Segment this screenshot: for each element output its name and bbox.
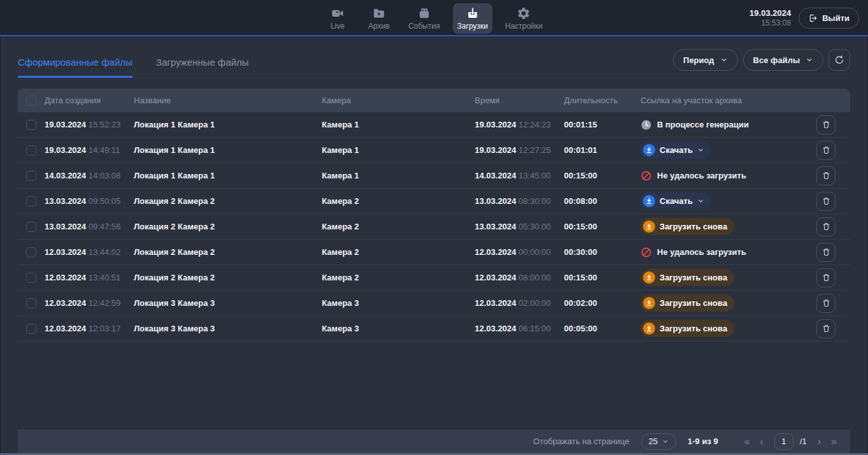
nav-item-live[interactable]: Live bbox=[321, 3, 354, 34]
status-label: Не удалось загрузить bbox=[657, 247, 746, 257]
trash-icon bbox=[821, 298, 831, 308]
column-header-duration: Длительность bbox=[564, 96, 640, 105]
delete-button[interactable] bbox=[816, 115, 835, 134]
chevron-down-icon bbox=[697, 198, 704, 205]
tab-generated-files[interactable]: Сформированные файлы bbox=[18, 57, 133, 77]
download-circle-icon bbox=[643, 220, 655, 233]
camera-cell: Камера 2 bbox=[322, 273, 475, 282]
chevron-down-icon bbox=[662, 438, 669, 445]
name-cell: Локация 1 Камера 1 bbox=[134, 171, 322, 180]
camera-cell: Камера 1 bbox=[322, 171, 475, 180]
current-date: 19.03.2024 bbox=[749, 8, 791, 18]
duration-cell: 00:08:00 bbox=[564, 196, 640, 206]
nav-item-archive[interactable]: Архив bbox=[363, 3, 396, 34]
duration-cell: 00:02:00 bbox=[564, 298, 640, 308]
status-failed: Не удалось загрузить bbox=[640, 247, 802, 258]
trash-icon bbox=[821, 120, 831, 129]
delete-button[interactable] bbox=[816, 294, 835, 313]
datetime-display: 19.03.2024 15:53:08 bbox=[749, 8, 791, 28]
column-header-archive-link: Ссылка на участок архива bbox=[640, 96, 802, 105]
range-indicator: 1-9 из 9 bbox=[688, 437, 718, 446]
retry-download-button[interactable]: Загрузить снова bbox=[640, 294, 734, 312]
status-label: В процессе генерации bbox=[657, 120, 749, 129]
row-checkbox[interactable] bbox=[26, 196, 36, 206]
delete-button[interactable] bbox=[816, 268, 835, 287]
status-cell: В процессе генерации bbox=[640, 119, 802, 131]
current-page-input[interactable]: 1 bbox=[774, 433, 793, 450]
select-all-checkbox[interactable] bbox=[26, 96, 36, 106]
table-row: 14.03.2024 14:03:08 Локация 1 Камера 1 К… bbox=[18, 163, 850, 189]
delete-button[interactable] bbox=[816, 319, 835, 338]
status-label: Загрузить снова bbox=[660, 222, 727, 231]
tabs-toolbar: Сформированные файлы Загруженные файлы П… bbox=[18, 49, 850, 78]
row-checkbox[interactable] bbox=[26, 273, 36, 283]
nav-label: Настройки bbox=[505, 22, 543, 31]
status-label: Скачать bbox=[660, 196, 693, 206]
nav-item-settings[interactable]: Настройки bbox=[501, 3, 547, 34]
download-circle-icon bbox=[643, 195, 655, 207]
trash-icon bbox=[821, 247, 831, 257]
camera-cell: Камера 1 bbox=[322, 120, 475, 129]
failed-icon bbox=[640, 170, 652, 182]
page-size-select[interactable]: 25 bbox=[641, 433, 676, 450]
retry-download-button[interactable]: Загрузить снова bbox=[640, 218, 734, 235]
status-cell: Не удалось загрузить bbox=[640, 247, 802, 258]
duration-cell: 00:15:00 bbox=[564, 171, 640, 180]
created-cell: 13.03.2024 09:47:56 bbox=[45, 222, 134, 231]
logout-button[interactable]: Выйти bbox=[799, 8, 859, 29]
table-row: 12.03.2024 13:44:02 Локация 2 Камера 2 К… bbox=[18, 240, 850, 265]
first-page-button[interactable]: « bbox=[742, 435, 752, 448]
status-cell: Скачать bbox=[640, 141, 802, 159]
time-cell: 14.03.2024 13:45:00 bbox=[475, 171, 564, 180]
status-cell: Не удалось загрузить bbox=[640, 170, 802, 182]
files-filter-button[interactable]: Все файлы bbox=[743, 49, 823, 71]
row-checkbox[interactable] bbox=[26, 171, 36, 181]
downloads-tray-icon bbox=[465, 6, 479, 20]
trash-icon bbox=[821, 324, 831, 333]
row-checkbox[interactable] bbox=[26, 222, 36, 232]
created-cell: 19.03.2024 15:52:23 bbox=[45, 120, 134, 129]
row-checkbox[interactable] bbox=[26, 324, 36, 334]
row-checkbox[interactable] bbox=[26, 120, 36, 130]
chevron-down-icon bbox=[720, 56, 728, 64]
delete-button[interactable] bbox=[816, 141, 835, 160]
nav-label: Загрузки bbox=[457, 22, 488, 31]
retry-download-button[interactable]: Загрузить снова bbox=[640, 320, 734, 337]
row-checkbox[interactable] bbox=[26, 298, 36, 308]
download-button[interactable]: Скачать bbox=[640, 141, 711, 159]
trash-icon bbox=[821, 222, 831, 231]
failed-icon bbox=[640, 247, 652, 258]
trash-icon bbox=[821, 145, 831, 155]
status-cell: Загрузить снова bbox=[640, 294, 802, 312]
download-button[interactable]: Скачать bbox=[640, 192, 711, 210]
nav-item-events[interactable]: События bbox=[404, 3, 445, 34]
refresh-button[interactable] bbox=[828, 49, 850, 71]
download-circle-icon bbox=[643, 322, 655, 335]
last-page-button[interactable]: » bbox=[829, 435, 839, 448]
nav-item-downloads[interactable]: Загрузки bbox=[452, 3, 492, 34]
delete-button[interactable] bbox=[816, 217, 835, 236]
delete-button[interactable] bbox=[816, 192, 835, 211]
delete-button[interactable] bbox=[816, 166, 835, 185]
retry-download-button[interactable]: Загрузить снова bbox=[640, 269, 734, 286]
events-icon bbox=[417, 6, 431, 20]
row-checkbox[interactable] bbox=[26, 145, 36, 155]
row-checkbox[interactable] bbox=[26, 247, 36, 257]
column-header-name: Название bbox=[134, 96, 322, 105]
next-page-button[interactable]: › bbox=[816, 435, 823, 448]
tab-downloaded-files[interactable]: Загруженные файлы bbox=[156, 57, 249, 77]
logout-label: Выйти bbox=[822, 13, 850, 23]
camera-cell: Камера 3 bbox=[322, 324, 475, 333]
file-tabs: Сформированные файлы Загруженные файлы bbox=[18, 57, 249, 77]
name-cell: Локация 2 Камера 2 bbox=[134, 273, 322, 282]
period-filter-button[interactable]: Период bbox=[673, 49, 738, 71]
trash-icon bbox=[821, 171, 831, 180]
pager-controls: « ‹ 1 /1 › » bbox=[742, 433, 839, 450]
camera-cell: Камера 2 bbox=[322, 247, 475, 257]
delete-button[interactable] bbox=[816, 243, 835, 262]
chevron-down-icon bbox=[806, 56, 813, 64]
prev-page-button[interactable]: ‹ bbox=[758, 435, 765, 448]
column-header-camera: Камера bbox=[322, 96, 475, 105]
status-label: Загрузить снова bbox=[660, 324, 727, 333]
table-row: 13.03.2024 09:47:56 Локация 2 Камера 2 К… bbox=[18, 214, 850, 240]
